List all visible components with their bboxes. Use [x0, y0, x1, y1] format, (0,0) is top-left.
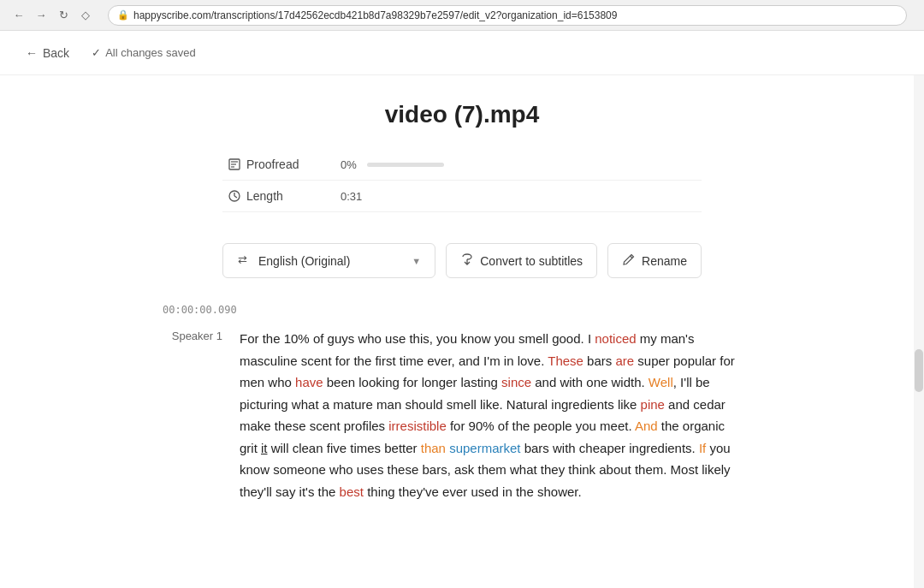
word-pine: pine [641, 397, 665, 412]
length-row: Length 0:31 [222, 181, 702, 212]
word-well: Well [649, 375, 673, 389]
back-arrow-icon: ← [26, 46, 38, 60]
browser-bar: ← → ↻ ◇ 🔒 happyscribe.com/transcriptions… [0, 0, 924, 31]
word-have: have [295, 375, 323, 389]
back-button[interactable]: ← Back [17, 41, 78, 65]
transcript-block: Speaker 1 For the 10% of guys who use th… [163, 328, 744, 502]
proofread-label: Proofread [246, 157, 341, 171]
rename-button[interactable]: Rename [607, 243, 702, 278]
proofread-progress: 0% [341, 158, 444, 171]
scroll-thumb[interactable] [915, 349, 923, 392]
address-bar[interactable]: 🔒 happyscribe.com/transcriptions/17d4256… [108, 5, 907, 26]
scroll-track[interactable] [914, 75, 924, 588]
meta-section: Proofread 0% Length 0:31 [222, 149, 702, 212]
transcript-section: 00:00:00.090 Speaker 1 For the 10% of gu… [163, 304, 761, 537]
rename-label: Rename [642, 254, 687, 268]
language-label: English (Original) [258, 254, 350, 268]
word-it: it [261, 441, 268, 455]
svg-text:⇄: ⇄ [238, 253, 247, 266]
transcript-text[interactable]: For the 10% of guys who use this, you kn… [240, 328, 744, 502]
lock-icon: 🔒 [117, 9, 129, 21]
svg-line-6 [234, 196, 237, 198]
word-if: If [699, 441, 706, 455]
progress-bar-track [367, 163, 444, 167]
convert-label: Convert to subtitles [480, 254, 583, 268]
word-irresistible: irresistible [388, 419, 447, 433]
main-content: video (7).mp4 Proofread 0% [0, 75, 924, 588]
svg-line-8 [631, 256, 633, 258]
word-than: than [421, 441, 446, 455]
edit-icon [622, 252, 636, 269]
check-icon: ✓ [92, 46, 101, 59]
back-nav-btn[interactable]: ← [10, 7, 27, 24]
browser-controls: ← → ↻ ◇ [10, 7, 94, 24]
convert-icon [460, 252, 474, 269]
length-value: 0:31 [341, 190, 362, 203]
speaker-label: Speaker 1 [163, 328, 222, 502]
actions-row: ⇄ English (Original) ▼ Convert to subtit… [222, 243, 702, 278]
bookmark-btn[interactable]: ◇ [77, 7, 94, 24]
language-btn-inner: ⇄ English (Original) [237, 252, 350, 270]
proofread-row: Proofread 0% [222, 149, 702, 181]
word-best: best [340, 484, 364, 499]
convert-subtitles-button[interactable]: Convert to subtitles [446, 243, 597, 278]
length-label: Length [246, 189, 341, 203]
chevron-down-icon: ▼ [412, 256, 421, 266]
back-label: Back [43, 46, 69, 60]
forward-nav-btn[interactable]: → [33, 7, 50, 24]
file-title: video (7).mp4 [385, 101, 539, 128]
timestamp: 00:00:00.090 [163, 304, 744, 316]
word-noticed: noticed [595, 331, 636, 346]
word-and: And [635, 419, 658, 433]
proofread-icon [222, 157, 246, 171]
language-button[interactable]: ⇄ English (Original) ▼ [222, 243, 435, 278]
word-are: are [615, 353, 634, 368]
url-text: happyscribe.com/transcriptions/17d42562e… [133, 9, 617, 21]
word-since: since [501, 375, 531, 389]
translate-icon: ⇄ [237, 252, 252, 270]
saved-text: All changes saved [105, 46, 196, 59]
app-header: ← Back ✓ All changes saved [0, 31, 924, 75]
proofread-percent: 0% [341, 158, 357, 171]
reload-btn[interactable]: ↻ [55, 7, 72, 24]
clock-icon [222, 189, 246, 203]
saved-status: ✓ All changes saved [92, 46, 196, 59]
word-these: These [548, 353, 583, 368]
word-supermarket: supermarket [449, 441, 520, 455]
